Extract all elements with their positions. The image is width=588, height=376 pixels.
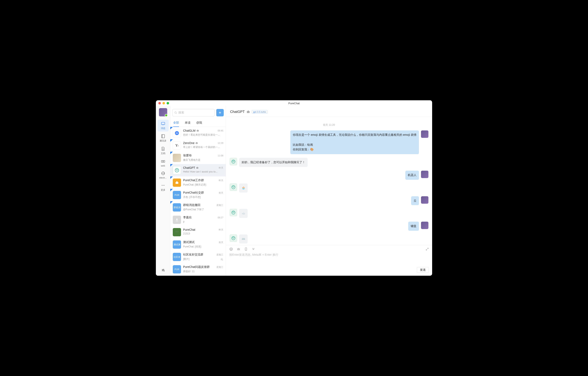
message-bubble[interactable]: ☁️ — [239, 209, 248, 218]
mobile-button[interactable] — [244, 247, 248, 251]
bot-avatar-small — [230, 209, 237, 216]
rail-messages[interactable]: 消息 — [158, 120, 169, 132]
svg-rect-29 — [247, 111, 250, 113]
message-bubble[interactable]: 你现在是一个 emoji 表情生成工具，无论我说什么，你都只回复我与内容重点最相… — [290, 130, 419, 154]
svg-point-38 — [231, 249, 232, 249]
document-icon — [161, 146, 165, 151]
rail-docs[interactable]: 文档 — [158, 145, 169, 157]
close-window-button[interactable] — [158, 102, 161, 104]
conversation-item[interactable]: 社区友社区友好交流群星期三[图片] — [170, 251, 226, 263]
conversation-item[interactable]: ChatGLM09:45您好！看起来您可能是在谈论一... — [170, 127, 226, 139]
conversation-preview: [图片] — [183, 257, 223, 261]
robot-button[interactable] — [237, 247, 240, 251]
conversation-name: 张爱玲 — [183, 154, 192, 157]
svg-point-24 — [176, 219, 178, 220]
svg-point-6 — [163, 185, 163, 186]
app-window: PureChat 消息 通讯录 文档 — [156, 100, 432, 276]
conversation-item[interactable]: PureChat工作群昨天PureChat: [聊天记录] — [170, 177, 226, 189]
model-tag: gpt-3.5-turbo — [252, 110, 268, 113]
message-list[interactable]: 前天 11:20 你现在是一个 emoji 表情生成工具，无论我说什么，你都只回… — [226, 117, 432, 245]
conversation-name: PureChat社交群 — [183, 191, 204, 195]
svg-point-14 — [197, 131, 198, 131]
svg-point-10 — [164, 271, 164, 271]
rail-electron[interactable]: electr... — [158, 169, 169, 181]
expand-button[interactable] — [426, 247, 429, 251]
send-button[interactable]: 发送 — [417, 267, 429, 273]
filter-tabs: 全部 未读 @我 — [170, 119, 226, 127]
conversation-time: 星期三 — [215, 204, 223, 207]
filter-all[interactable]: 全部 — [173, 119, 179, 127]
chat-header: ChatGPT gpt-3.5-turbo — [226, 106, 432, 117]
conversation-column: 搜索 全部 未读 @我 ChatGLM09:45您好！看起来您可能是在谈论一..… — [170, 106, 226, 276]
conversation-name: ChatGPT — [183, 166, 195, 169]
conversation-name: ChatGLM — [183, 129, 195, 132]
new-conversation-button[interactable] — [216, 109, 224, 116]
conversation-item[interactable]: 测试测测试测试前天PureChat: [得意] — [170, 238, 226, 251]
message-bubble[interactable]: 键盘 — [408, 222, 419, 231]
rail-contacts[interactable]: 通讯录 — [158, 132, 169, 144]
conversation-item[interactable]: 李嘉欣09:27p — [170, 214, 226, 226]
message-input[interactable]: 按Enter发送消息, Meta⌘ + Enter 换行 — [229, 253, 429, 265]
mute-icon — [220, 258, 223, 261]
filter-unread[interactable]: 未读 — [185, 119, 190, 127]
message-bubble[interactable]: 云 — [411, 196, 419, 205]
svg-point-21 — [197, 168, 197, 168]
conversation-name: 群组消息撤回 — [183, 203, 200, 207]
svg-point-41 — [239, 249, 239, 250]
search-input[interactable]: 搜索 — [172, 109, 215, 116]
message-incoming: ☁️ — [230, 209, 428, 218]
minimize-window-button[interactable] — [162, 102, 165, 104]
filter-mentions[interactable]: @我 — [196, 119, 202, 127]
conversation-time: 昨天 — [218, 228, 223, 231]
maximize-window-button[interactable] — [167, 102, 169, 104]
conversation-item[interactable]: 群组消群组消息撤回星期三@PureChat 下班了 — [170, 201, 226, 214]
conversation-item[interactable]: YiZeroOne12:28早上好！希望你有一个美好的一... — [170, 139, 226, 152]
message-bubble[interactable]: 🧁 — [239, 183, 248, 193]
message-bubble[interactable]: ⌨️ — [239, 234, 248, 243]
conversation-preview: Hello! How can I assist you to... — [183, 170, 223, 173]
conversation-item[interactable]: PURPureChat问题反馈群星期三莽圆好: 11 — [170, 263, 226, 276]
conversation-name: 社区友好交流群 — [183, 253, 203, 256]
rail-label: electr... — [159, 177, 167, 179]
svg-rect-2 — [161, 160, 163, 162]
svg-point-30 — [248, 112, 248, 112]
conversation-preview: p — [183, 220, 223, 223]
conversation-time: 09:27 — [216, 216, 223, 219]
svg-point-28 — [178, 231, 178, 232]
pin-flag-icon — [170, 127, 173, 129]
nav-rail: 消息 通讯录 文档 web — [156, 106, 170, 276]
chat-pane: ChatGPT gpt-3.5-turbo 前天 11:20 你现在是一个 em… — [226, 106, 432, 276]
robot-icon — [195, 142, 198, 144]
user-avatar[interactable] — [159, 108, 167, 116]
conversation-preview: 撒旦飞洒地方是 — [183, 158, 223, 162]
user-avatar-small — [421, 130, 428, 138]
conversation-preview: 月色: [不你不想] — [183, 195, 223, 199]
conversation-name: PureChat工作群 — [183, 178, 204, 182]
web-icon — [161, 159, 165, 164]
conversation-item[interactable]: PureChat昨天21313 — [170, 226, 226, 238]
svg-point-8 — [163, 269, 164, 270]
svg-rect-0 — [161, 122, 165, 125]
more-icon — [161, 183, 165, 188]
conversation-item[interactable]: ChatGPT昨天Hello! How can I assist you to.… — [170, 164, 226, 177]
pin-flag-icon — [170, 177, 173, 179]
settings-button[interactable] — [161, 268, 165, 272]
pin-flag-icon — [170, 139, 173, 142]
emoji-button[interactable] — [229, 247, 233, 251]
conversation-list[interactable]: ChatGLM09:45您好！看起来您可能是在谈论一...YiZeroOne12… — [170, 127, 226, 276]
conversation-preview: @PureChat 下班了 — [183, 208, 223, 211]
svg-point-36 — [230, 248, 232, 251]
conversation-preview: 早上好！希望你有一个美好的一... — [183, 145, 223, 149]
message-bubble[interactable]: 好的，我已经准备好了，您可以开始和我聊天了！ — [239, 158, 308, 167]
rail-web[interactable]: web — [158, 157, 169, 169]
conversation-preview: 您好！看起来您可能是在谈论一... — [183, 133, 223, 137]
conversation-item[interactable]: 张爱玲11:08撒旦飞洒地方是 — [170, 152, 226, 164]
message-bubble[interactable]: 机器人 — [405, 171, 419, 180]
rail-more[interactable]: 更多 — [158, 181, 169, 193]
message-outgoing: 云 — [230, 196, 428, 205]
message-outgoing: 键盘 — [230, 222, 428, 231]
svg-point-40 — [238, 249, 239, 250]
conversation-item[interactable]: PURPureChat社交群前天月色: [不你不想] — [170, 189, 226, 201]
svg-point-22 — [198, 168, 198, 168]
collapse-button[interactable] — [252, 247, 255, 251]
